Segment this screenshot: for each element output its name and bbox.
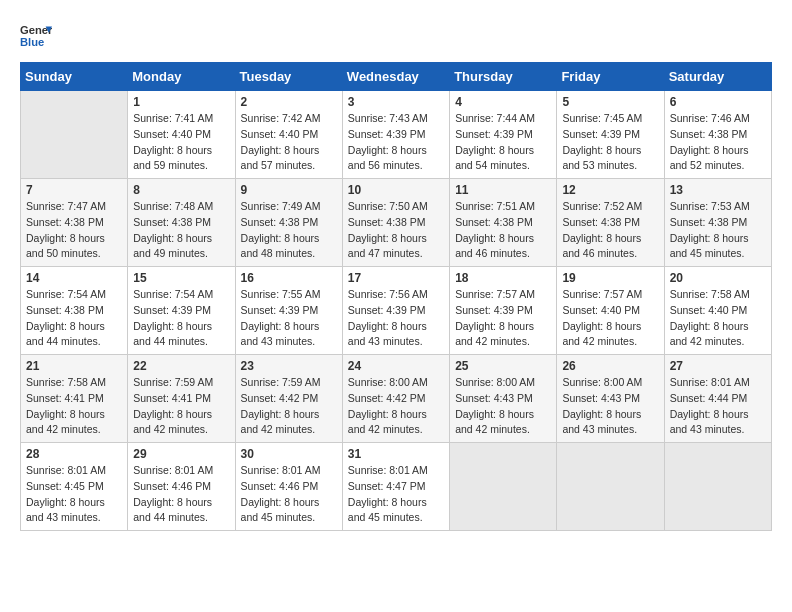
calendar-cell: 21Sunrise: 7:58 AM Sunset: 4:41 PM Dayli… [21, 355, 128, 443]
calendar-cell: 14Sunrise: 7:54 AM Sunset: 4:38 PM Dayli… [21, 267, 128, 355]
header-thursday: Thursday [450, 63, 557, 91]
day-number: 25 [455, 359, 551, 373]
day-number: 9 [241, 183, 337, 197]
day-info: Sunrise: 8:01 AM Sunset: 4:45 PM Dayligh… [26, 463, 122, 526]
calendar-week-2: 7Sunrise: 7:47 AM Sunset: 4:38 PM Daylig… [21, 179, 772, 267]
day-number: 23 [241, 359, 337, 373]
day-info: Sunrise: 7:54 AM Sunset: 4:39 PM Dayligh… [133, 287, 229, 350]
day-info: Sunrise: 7:47 AM Sunset: 4:38 PM Dayligh… [26, 199, 122, 262]
calendar-cell: 16Sunrise: 7:55 AM Sunset: 4:39 PM Dayli… [235, 267, 342, 355]
day-info: Sunrise: 7:43 AM Sunset: 4:39 PM Dayligh… [348, 111, 444, 174]
day-info: Sunrise: 7:46 AM Sunset: 4:38 PM Dayligh… [670, 111, 766, 174]
calendar-cell: 18Sunrise: 7:57 AM Sunset: 4:39 PM Dayli… [450, 267, 557, 355]
calendar-week-1: 1Sunrise: 7:41 AM Sunset: 4:40 PM Daylig… [21, 91, 772, 179]
header-saturday: Saturday [664, 63, 771, 91]
day-info: Sunrise: 7:55 AM Sunset: 4:39 PM Dayligh… [241, 287, 337, 350]
day-info: Sunrise: 7:57 AM Sunset: 4:39 PM Dayligh… [455, 287, 551, 350]
calendar-cell: 24Sunrise: 8:00 AM Sunset: 4:42 PM Dayli… [342, 355, 449, 443]
calendar-cell: 19Sunrise: 7:57 AM Sunset: 4:40 PM Dayli… [557, 267, 664, 355]
day-info: Sunrise: 8:01 AM Sunset: 4:44 PM Dayligh… [670, 375, 766, 438]
header-sunday: Sunday [21, 63, 128, 91]
day-info: Sunrise: 7:50 AM Sunset: 4:38 PM Dayligh… [348, 199, 444, 262]
day-number: 15 [133, 271, 229, 285]
calendar-body: 1Sunrise: 7:41 AM Sunset: 4:40 PM Daylig… [21, 91, 772, 531]
calendar-cell: 3Sunrise: 7:43 AM Sunset: 4:39 PM Daylig… [342, 91, 449, 179]
svg-text:Blue: Blue [20, 36, 44, 48]
day-number: 8 [133, 183, 229, 197]
day-number: 22 [133, 359, 229, 373]
calendar-cell: 4Sunrise: 7:44 AM Sunset: 4:39 PM Daylig… [450, 91, 557, 179]
day-info: Sunrise: 7:53 AM Sunset: 4:38 PM Dayligh… [670, 199, 766, 262]
svg-text:General: General [20, 24, 52, 36]
day-number: 10 [348, 183, 444, 197]
calendar-cell: 29Sunrise: 8:01 AM Sunset: 4:46 PM Dayli… [128, 443, 235, 531]
calendar-cell: 12Sunrise: 7:52 AM Sunset: 4:38 PM Dayli… [557, 179, 664, 267]
day-number: 2 [241, 95, 337, 109]
calendar-cell [21, 91, 128, 179]
day-info: Sunrise: 7:59 AM Sunset: 4:42 PM Dayligh… [241, 375, 337, 438]
calendar-cell [664, 443, 771, 531]
header-tuesday: Tuesday [235, 63, 342, 91]
calendar-cell: 6Sunrise: 7:46 AM Sunset: 4:38 PM Daylig… [664, 91, 771, 179]
calendar-cell: 10Sunrise: 7:50 AM Sunset: 4:38 PM Dayli… [342, 179, 449, 267]
calendar-cell: 13Sunrise: 7:53 AM Sunset: 4:38 PM Dayli… [664, 179, 771, 267]
day-info: Sunrise: 7:42 AM Sunset: 4:40 PM Dayligh… [241, 111, 337, 174]
calendar-cell: 5Sunrise: 7:45 AM Sunset: 4:39 PM Daylig… [557, 91, 664, 179]
header-friday: Friday [557, 63, 664, 91]
calendar-header: Sunday Monday Tuesday Wednesday Thursday… [21, 63, 772, 91]
calendar-cell: 23Sunrise: 7:59 AM Sunset: 4:42 PM Dayli… [235, 355, 342, 443]
day-number: 20 [670, 271, 766, 285]
day-number: 3 [348, 95, 444, 109]
day-number: 13 [670, 183, 766, 197]
day-number: 11 [455, 183, 551, 197]
day-info: Sunrise: 7:54 AM Sunset: 4:38 PM Dayligh… [26, 287, 122, 350]
calendar-cell: 9Sunrise: 7:49 AM Sunset: 4:38 PM Daylig… [235, 179, 342, 267]
calendar-cell: 8Sunrise: 7:48 AM Sunset: 4:38 PM Daylig… [128, 179, 235, 267]
day-info: Sunrise: 7:48 AM Sunset: 4:38 PM Dayligh… [133, 199, 229, 262]
day-info: Sunrise: 8:00 AM Sunset: 4:42 PM Dayligh… [348, 375, 444, 438]
day-info: Sunrise: 7:44 AM Sunset: 4:39 PM Dayligh… [455, 111, 551, 174]
day-number: 19 [562, 271, 658, 285]
calendar-cell: 22Sunrise: 7:59 AM Sunset: 4:41 PM Dayli… [128, 355, 235, 443]
day-number: 5 [562, 95, 658, 109]
day-info: Sunrise: 8:01 AM Sunset: 4:46 PM Dayligh… [133, 463, 229, 526]
day-number: 7 [26, 183, 122, 197]
header-wednesday: Wednesday [342, 63, 449, 91]
page-header: General Blue [20, 20, 772, 52]
calendar-cell [450, 443, 557, 531]
calendar-week-4: 21Sunrise: 7:58 AM Sunset: 4:41 PM Dayli… [21, 355, 772, 443]
day-number: 31 [348, 447, 444, 461]
day-number: 16 [241, 271, 337, 285]
day-number: 14 [26, 271, 122, 285]
day-number: 24 [348, 359, 444, 373]
calendar-week-3: 14Sunrise: 7:54 AM Sunset: 4:38 PM Dayli… [21, 267, 772, 355]
day-number: 6 [670, 95, 766, 109]
calendar-cell: 15Sunrise: 7:54 AM Sunset: 4:39 PM Dayli… [128, 267, 235, 355]
logo: General Blue [20, 20, 52, 52]
day-info: Sunrise: 7:41 AM Sunset: 4:40 PM Dayligh… [133, 111, 229, 174]
calendar-cell: 31Sunrise: 8:01 AM Sunset: 4:47 PM Dayli… [342, 443, 449, 531]
calendar-cell: 28Sunrise: 8:01 AM Sunset: 4:45 PM Dayli… [21, 443, 128, 531]
day-info: Sunrise: 7:57 AM Sunset: 4:40 PM Dayligh… [562, 287, 658, 350]
calendar-cell: 1Sunrise: 7:41 AM Sunset: 4:40 PM Daylig… [128, 91, 235, 179]
day-info: Sunrise: 7:56 AM Sunset: 4:39 PM Dayligh… [348, 287, 444, 350]
calendar-table: Sunday Monday Tuesday Wednesday Thursday… [20, 62, 772, 531]
day-number: 12 [562, 183, 658, 197]
header-row: Sunday Monday Tuesday Wednesday Thursday… [21, 63, 772, 91]
day-number: 26 [562, 359, 658, 373]
calendar-week-5: 28Sunrise: 8:01 AM Sunset: 4:45 PM Dayli… [21, 443, 772, 531]
calendar-cell: 7Sunrise: 7:47 AM Sunset: 4:38 PM Daylig… [21, 179, 128, 267]
day-info: Sunrise: 7:52 AM Sunset: 4:38 PM Dayligh… [562, 199, 658, 262]
day-info: Sunrise: 8:01 AM Sunset: 4:46 PM Dayligh… [241, 463, 337, 526]
day-info: Sunrise: 7:45 AM Sunset: 4:39 PM Dayligh… [562, 111, 658, 174]
calendar-cell: 27Sunrise: 8:01 AM Sunset: 4:44 PM Dayli… [664, 355, 771, 443]
day-info: Sunrise: 7:58 AM Sunset: 4:41 PM Dayligh… [26, 375, 122, 438]
calendar-cell: 20Sunrise: 7:58 AM Sunset: 4:40 PM Dayli… [664, 267, 771, 355]
day-info: Sunrise: 7:59 AM Sunset: 4:41 PM Dayligh… [133, 375, 229, 438]
calendar-cell: 11Sunrise: 7:51 AM Sunset: 4:38 PM Dayli… [450, 179, 557, 267]
logo-icon: General Blue [20, 20, 52, 52]
day-info: Sunrise: 8:00 AM Sunset: 4:43 PM Dayligh… [562, 375, 658, 438]
header-monday: Monday [128, 63, 235, 91]
day-info: Sunrise: 7:51 AM Sunset: 4:38 PM Dayligh… [455, 199, 551, 262]
day-number: 4 [455, 95, 551, 109]
